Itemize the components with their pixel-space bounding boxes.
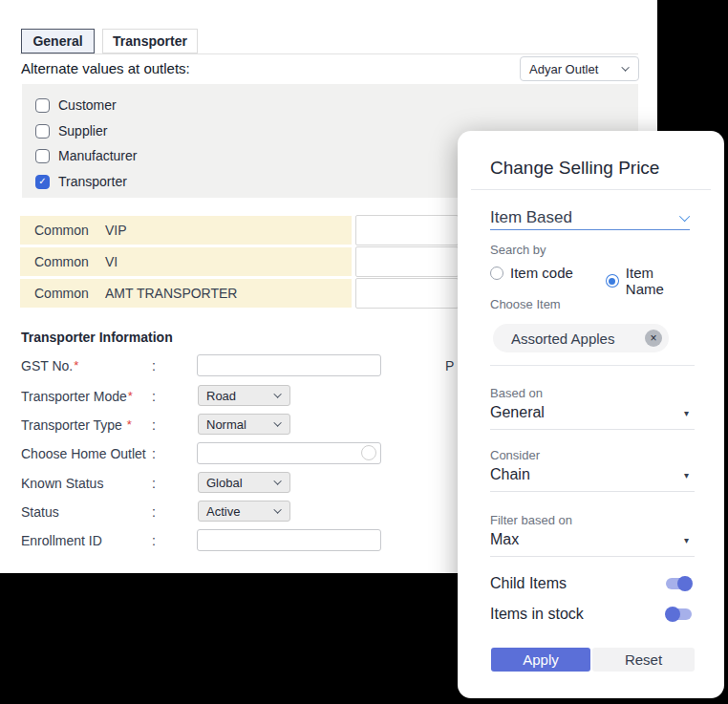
tabs-divider: [20, 53, 638, 54]
based-on-select[interactable]: General ▾: [490, 404, 695, 430]
radio-unselected-icon: [490, 267, 503, 280]
colon: :: [152, 476, 156, 491]
known-status-select[interactable]: Global: [198, 472, 290, 493]
colon: :: [152, 446, 156, 461]
known-status-value: Global: [206, 476, 243, 490]
checkbox-manufacturer[interactable]: Manufacturer: [35, 148, 137, 163]
change-selling-price-modal: Change Selling Price Item Based Search b…: [458, 131, 724, 698]
tab-transporter-label: Transporter: [113, 33, 187, 49]
clipped-label-fragment: P: [445, 358, 454, 373]
chevron-down-icon: [273, 390, 281, 397]
home-outlet-input[interactable]: [197, 442, 381, 464]
row-value: AMT TRANSPORTER: [105, 286, 237, 301]
row-scope: Common: [34, 254, 105, 269]
field-row-status: Status : Active: [21, 501, 441, 523]
known-status-label: Known Status: [21, 476, 103, 491]
mode-select[interactable]: Item Based: [490, 205, 690, 230]
transporter-type-label: Transporter Type: [21, 417, 126, 433]
choose-item-label: Choose Item: [490, 297, 561, 311]
triangle-down-icon: ▾: [684, 470, 695, 480]
colon: :: [152, 358, 156, 373]
modal-divider: [471, 189, 711, 190]
checkbox-unchecked-icon: [35, 124, 50, 139]
required-mark: *: [74, 358, 78, 373]
items-in-stock-label: Items in stock: [490, 606, 584, 623]
reset-button[interactable]: Reset: [592, 648, 695, 672]
filter-based-on-select[interactable]: Max ▾: [490, 531, 695, 557]
triangle-down-icon: ▾: [684, 535, 695, 545]
alternate-value-row: Common VI: [20, 247, 352, 276]
status-label: Status: [21, 504, 59, 520]
close-icon[interactable]: ×: [645, 330, 662, 347]
alternate-value-input[interactable]: [355, 278, 459, 309]
radio-item-name[interactable]: Item Name: [606, 265, 695, 297]
toggle-knob: [665, 607, 680, 622]
filter-based-on-value: Max: [490, 531, 519, 548]
radio-item-code-label: Item code: [510, 265, 573, 281]
checkbox-customer[interactable]: Customer: [35, 97, 117, 113]
based-on-value: General: [490, 404, 545, 421]
home-outlet-label: Choose Home Outlet: [21, 446, 146, 461]
divider: [490, 365, 695, 366]
filter-based-on-label: Filter based on: [490, 513, 695, 527]
transporter-info-heading: Transporter Information: [21, 330, 173, 345]
field-row-home-outlet: Choose Home Outlet :: [21, 442, 441, 465]
tab-general-label: General: [32, 33, 82, 49]
alternate-value-input[interactable]: [355, 215, 459, 245]
child-items-row: Child Items: [490, 575, 695, 592]
checkbox-transporter[interactable]: ✓ Transporter: [35, 174, 127, 189]
consider-label: Consider: [490, 448, 695, 462]
child-items-label: Child Items: [490, 575, 567, 592]
chevron-down-icon: [679, 210, 690, 221]
transporter-mode-select[interactable]: Road: [198, 385, 290, 406]
based-on-group: Based on General ▾: [490, 386, 695, 430]
transporter-type-select[interactable]: Normal: [198, 414, 290, 435]
checkbox-unchecked-icon: [35, 149, 50, 163]
spinner-circle-icon: [361, 445, 376, 460]
chip-text: Assorted Apples: [511, 331, 614, 347]
status-select[interactable]: Active: [198, 501, 290, 522]
field-row-transporter-mode: Transporter Mode* : Road: [21, 385, 441, 408]
consider-value: Chain: [490, 466, 530, 483]
radio-selected-icon: [606, 274, 619, 288]
radio-item-name-label: Item Name: [626, 265, 695, 297]
outlet-select[interactable]: Adyar Outlet: [520, 56, 639, 81]
consider-select[interactable]: Chain ▾: [490, 466, 695, 492]
colon: :: [152, 389, 156, 404]
chevron-down-icon: [273, 418, 281, 426]
apply-button[interactable]: Apply: [491, 648, 590, 672]
toggle-knob: [677, 576, 693, 591]
gst-input[interactable]: [197, 354, 381, 376]
colon: :: [152, 533, 156, 548]
alternate-value-row: Common VIP: [20, 216, 352, 245]
field-row-enrollment: Enrollment ID :: [21, 529, 441, 552]
tab-transporter[interactable]: Transporter: [102, 29, 198, 53]
reset-button-label: Reset: [625, 651, 662, 668]
radio-item-code[interactable]: Item code: [490, 265, 573, 281]
consider-group: Consider Chain ▾: [490, 448, 695, 492]
items-in-stock-row: Items in stock: [490, 606, 695, 623]
enrollment-label: Enrollment ID: [21, 533, 102, 548]
transporter-mode-label: Transporter Mode: [21, 389, 127, 404]
child-items-toggle[interactable]: [666, 578, 692, 589]
search-by-radio-group: Item code Item Name: [490, 265, 695, 282]
field-row-gst: GST No.* :: [21, 354, 441, 377]
chevron-down-icon: [621, 63, 629, 71]
checkbox-supplier[interactable]: Supplier: [35, 123, 107, 139]
transporter-type-value: Normal: [206, 417, 246, 432]
checkbox-manufacturer-label: Manufacturer: [58, 148, 137, 163]
alternate-values-label: Alternate values at outlets:: [21, 60, 190, 76]
search-by-label: Search by: [490, 243, 546, 257]
colon: :: [152, 417, 156, 433]
row-scope: Common: [34, 223, 105, 238]
chevron-down-icon: [273, 505, 281, 513]
alternate-value-row: Common AMT TRANSPORTER: [20, 279, 352, 308]
triangle-down-icon: ▾: [684, 408, 695, 418]
chevron-down-icon: [273, 477, 281, 484]
tab-general[interactable]: General: [21, 29, 95, 53]
field-row-known-status: Known Status : Global: [21, 472, 441, 495]
items-in-stock-toggle[interactable]: [666, 608, 692, 620]
status-value: Active: [206, 504, 240, 519]
alternate-value-input[interactable]: [355, 246, 459, 277]
enrollment-input[interactable]: [197, 529, 381, 551]
